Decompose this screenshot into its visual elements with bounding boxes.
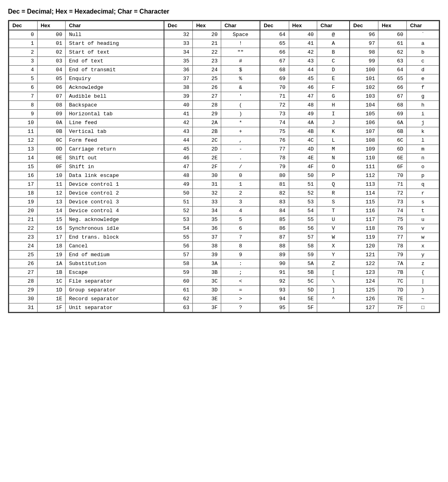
char-val-4: a <box>407 39 439 48</box>
char-val-3: [ <box>317 268 350 277</box>
col-hex-2: Hex <box>193 21 221 30</box>
char-val-4: n <box>407 154 439 163</box>
char-val-3: Q <box>317 180 350 189</box>
char-val-2: 4 <box>221 207 260 215</box>
dec-4: 111 <box>350 163 378 171</box>
dec-1: 0 <box>9 30 38 39</box>
char-val-3: C <box>317 57 350 66</box>
hex-2: 37 <box>193 233 221 242</box>
hex-3: 58 <box>289 242 317 251</box>
hex-3: 57 <box>289 233 317 242</box>
dec-3: 87 <box>260 233 289 242</box>
dec-1: 29 <box>9 286 38 295</box>
hex-3: 5D <box>289 286 317 295</box>
dec-3: 71 <box>260 92 289 101</box>
char-val-2: % <box>221 74 260 83</box>
dec-2: 41 <box>164 110 193 118</box>
char-val-2: ( <box>221 101 260 110</box>
hex-3: 4B <box>289 127 317 136</box>
table-row: 271BEscape593B;915B[1237B{ <box>9 268 439 277</box>
dec-3: 76 <box>260 136 289 145</box>
hex-2: 2C <box>193 136 221 145</box>
char-val-2: $ <box>221 66 260 74</box>
char-desc-1: Device control 4 <box>66 207 164 215</box>
char-val-4: g <box>407 92 439 101</box>
char-val-4: e <box>407 74 439 83</box>
table-row: 1610Data link escape483008050P11270p <box>9 171 439 180</box>
hex-3: 5A <box>289 259 317 268</box>
char-desc-1: Start of text <box>66 48 164 57</box>
table-row: 909Horizontal tab4129)7349I10569i <box>9 110 439 118</box>
char-val-4: j <box>407 118 439 127</box>
char-val-2: < <box>221 277 260 286</box>
char-val-3: \ <box>317 277 350 286</box>
char-desc-1: Shift in <box>66 163 164 171</box>
dec-2: 56 <box>164 242 193 251</box>
char-desc-1: End of transmit <box>66 66 164 74</box>
hex-1: 0C <box>37 136 66 145</box>
dec-1: 16 <box>9 171 38 180</box>
dec-2: 54 <box>164 224 193 233</box>
dec-3: 66 <box>260 48 289 57</box>
char-val-2: ? <box>221 303 260 312</box>
char-val-2: Space <box>221 30 260 39</box>
hex-1: 11 <box>37 180 66 189</box>
table-row: 000Null3220Space6440@9660` <box>9 30 439 39</box>
char-val-3: H <box>317 101 350 110</box>
dec-4: 100 <box>350 66 378 74</box>
hex-1: 1E <box>37 295 66 303</box>
hex-2: 23 <box>193 57 221 66</box>
hex-1: 10 <box>37 171 66 180</box>
dec-1: 14 <box>9 154 38 163</box>
dec-3: 74 <box>260 118 289 127</box>
dec-2: 43 <box>164 127 193 136</box>
dec-4: 114 <box>350 189 378 198</box>
hex-2: 3C <box>193 277 221 286</box>
hex-4: 6E <box>378 154 407 163</box>
hex-2: 3B <box>193 268 221 277</box>
dec-3: 69 <box>260 74 289 83</box>
dec-1: 9 <box>9 110 38 118</box>
char-val-4: | <box>407 277 439 286</box>
char-val-2: = <box>221 286 260 295</box>
char-desc-1: Neg. acknowledge <box>66 215 164 224</box>
dec-1: 3 <box>9 57 38 66</box>
char-desc-1: Unit separator <box>66 303 164 312</box>
dec-2: 52 <box>164 207 193 215</box>
hex-1: 05 <box>37 74 66 83</box>
hex-2: 36 <box>193 224 221 233</box>
char-val-2: + <box>221 127 260 136</box>
hex-4: 71 <box>378 180 407 189</box>
char-val-2: 2 <box>221 189 260 198</box>
dec-2: 49 <box>164 180 193 189</box>
char-val-2: & <box>221 83 260 92</box>
hex-3: 4C <box>289 136 317 145</box>
col-dec-1: Dec <box>9 21 38 30</box>
hex-3: 52 <box>289 189 317 198</box>
table-row: 1913Device control 3513338353S11573s <box>9 198 439 207</box>
dec-2: 32 <box>164 30 193 39</box>
dec-3: 64 <box>260 30 289 39</box>
table-row: 110BVertical tab432B+754BK1076Bk <box>9 127 439 136</box>
hex-2: 39 <box>193 251 221 259</box>
hex-2: 20 <box>193 30 221 39</box>
col-dec-4: Dec <box>350 21 378 30</box>
col-hex-4: Hex <box>378 21 407 30</box>
hex-2: 34 <box>193 207 221 215</box>
dec-3: 84 <box>260 207 289 215</box>
dec-4: 125 <box>350 286 378 295</box>
char-val-2: : <box>221 259 260 268</box>
hex-1: 08 <box>37 101 66 110</box>
dec-4: 101 <box>350 74 378 83</box>
dec-3: 78 <box>260 154 289 163</box>
dec-2: 61 <box>164 286 193 295</box>
char-val-3: N <box>317 154 350 163</box>
dec-3: 89 <box>260 251 289 259</box>
hex-3: 53 <box>289 198 317 207</box>
hex-2: 3D <box>193 286 221 295</box>
char-val-2: 7 <box>221 233 260 242</box>
hex-1: 09 <box>37 110 66 118</box>
table-row: 303End of text3523#6743C9963c <box>9 57 439 66</box>
char-val-4: l <box>407 136 439 145</box>
char-val-2: ! <box>221 39 260 48</box>
